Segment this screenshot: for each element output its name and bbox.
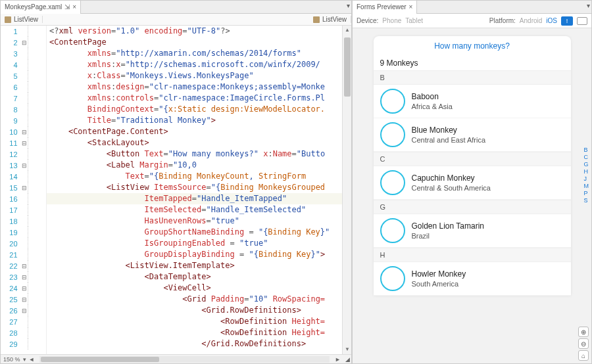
- code-line[interactable]: BindingContext="{x:Static design:ViewMod…: [47, 104, 351, 115]
- code-line[interactable]: HasUnevenRows="true": [47, 216, 351, 227]
- list-item[interactable]: Capuchin MonkeyCentral & South America: [374, 166, 571, 200]
- platform-android-option[interactable]: Android: [520, 17, 542, 24]
- line-number: 7: [1, 95, 20, 102]
- list-item[interactable]: BaboonAfrica & Asia: [374, 85, 571, 118]
- scroll-up-icon[interactable]: ▲: [344, 27, 351, 34]
- code-line[interactable]: <ListView.ItemTemplate>: [47, 260, 351, 271]
- code-line[interactable]: Title="Traditional Monkey">: [47, 115, 351, 126]
- code-line[interactable]: <DataTemplate>: [47, 271, 351, 283]
- platform-ios-option[interactable]: iOS: [546, 17, 557, 24]
- index-letter[interactable]: J: [584, 175, 589, 182]
- preview-tab[interactable]: Forms Previewer ×: [353, 1, 417, 14]
- code-line[interactable]: </Grid.RowDefinitions>: [47, 338, 351, 350]
- fold-toggle[interactable]: ⊟: [20, 39, 28, 46]
- tab-menu-icon[interactable]: ▾: [587, 2, 590, 9]
- monkey-location: Africa & Asia: [412, 102, 453, 110]
- vertical-scrollbar[interactable]: ▲ ▼: [342, 26, 351, 354]
- breadcrumb[interactable]: ListView: [1, 16, 43, 23]
- code-line[interactable]: <ViewCell>: [47, 283, 351, 294]
- code-line[interactable]: <ContentPage.Content>: [47, 126, 351, 137]
- list-item[interactable]: Howler MonkeySouth America: [374, 262, 571, 296]
- code-line[interactable]: GroupShortNameBinding = "{Binding Key}": [47, 227, 351, 238]
- code-line[interactable]: <Grid Padding="10" RowSpacing=: [47, 294, 351, 305]
- code-line[interactable]: Text="{Binding MonkeyCount, StringForm: [47, 171, 351, 182]
- fold-toggle[interactable]: ⊟: [20, 263, 28, 269]
- index-letter[interactable]: S: [584, 197, 589, 204]
- line-number: 17: [1, 206, 20, 214]
- previewer-toolbar: Device: Phone Tablet Platform: Android i…: [353, 14, 591, 28]
- scroll-thumb[interactable]: [41, 357, 159, 362]
- index-letter[interactable]: P: [584, 190, 589, 196]
- code-line[interactable]: <Button Text="How many monkeys?" x:Name=…: [47, 148, 351, 160]
- fold-toggle[interactable]: ⊟: [20, 162, 28, 169]
- line-number: 25: [1, 296, 20, 304]
- list-item[interactable]: Golden Lion TamarinBrazil: [374, 214, 571, 248]
- index-letter[interactable]: C: [584, 154, 589, 160]
- line-number: 10: [1, 128, 20, 136]
- section-index[interactable]: BCGHJMPS: [584, 147, 589, 204]
- code-line[interactable]: <ContentPage: [47, 37, 351, 48]
- warning-badge[interactable]: !: [561, 16, 573, 26]
- fold-toggle[interactable]: ⊟: [20, 129, 28, 135]
- monkey-name: Blue Monkey: [412, 125, 486, 135]
- fold-toggle[interactable]: ⊟: [20, 274, 28, 281]
- device-phone-option[interactable]: Phone: [382, 17, 401, 24]
- fold-toggle[interactable]: ⊟: [20, 307, 28, 314]
- monkey-location: Central & South America: [412, 184, 491, 192]
- index-letter[interactable]: B: [584, 147, 589, 153]
- code-line[interactable]: xmlns="http://xamarin.com/schemas/2014/f…: [47, 48, 351, 59]
- pin-icon[interactable]: ⇲: [64, 3, 70, 11]
- rotate-icon[interactable]: [577, 17, 587, 25]
- line-number: 2: [1, 39, 20, 47]
- scroll-right-icon[interactable]: ►: [332, 356, 343, 363]
- code-line[interactable]: <RowDefinition Height=: [47, 316, 351, 327]
- scroll-thumb[interactable]: [344, 37, 351, 97]
- fold-toggle[interactable]: ⊟: [20, 140, 28, 147]
- scroll-down-icon[interactable]: ▼: [344, 346, 351, 353]
- index-letter[interactable]: H: [584, 168, 589, 175]
- line-number: 1: [1, 28, 20, 35]
- code-line[interactable]: IsGroupingEnabled = "true": [47, 238, 351, 249]
- code-line[interactable]: <ListView ItemsSource="{Binding MonkeysG…: [47, 182, 351, 193]
- code-line[interactable]: <?xml version="1.0" encoding="UTF-8"?>: [47, 26, 351, 37]
- fold-toggle[interactable]: ⊟: [20, 296, 28, 303]
- device-label: Device:: [357, 17, 378, 24]
- code-line[interactable]: <Label Margin="10,0: [47, 160, 351, 171]
- close-icon[interactable]: ×: [72, 3, 76, 11]
- line-number: 18: [1, 217, 20, 225]
- editor-tab[interactable]: MonkeysPage.xaml ⇲ ×: [1, 1, 81, 14]
- code-line[interactable]: <Grid.RowDefinitions>: [47, 305, 351, 316]
- line-number: 3: [1, 50, 20, 58]
- code-line[interactable]: xmlns:design="clr-namespace:Monkeys;asse…: [47, 81, 351, 93]
- fold-toggle[interactable]: ⊟: [20, 285, 28, 292]
- preview-surface: How many monkeys? 9 Monkeys BBaboonAfric…: [353, 28, 591, 363]
- line-number: 19: [1, 229, 20, 237]
- close-icon[interactable]: ×: [409, 3, 413, 11]
- nav-title-button[interactable]: How many monkeys?: [374, 36, 571, 56]
- code-editor[interactable]: 12⊟345678910⊟11⊟1213⊟1415⊟16171819202122…: [1, 26, 351, 354]
- code-line[interactable]: ItemTapped="Handle_ItemTapped": [47, 193, 351, 204]
- code-line[interactable]: x:Class="Monkeys.Views.MonkeysPage": [47, 70, 351, 81]
- element-icon: [5, 16, 11, 23]
- scroll-left-icon[interactable]: ◄: [26, 356, 37, 363]
- line-number: 14: [1, 173, 20, 181]
- resize-grip-icon[interactable]: ◢: [343, 356, 351, 363]
- zoom-fit-button[interactable]: ⌂: [578, 350, 589, 361]
- code-line[interactable]: xmlns:controls="clr-namespace:ImageCircl…: [47, 93, 351, 104]
- code-line[interactable]: <StackLayout>: [47, 137, 351, 148]
- fold-toggle[interactable]: ⊟: [20, 185, 28, 191]
- code-line[interactable]: ItemSelected="Handle_ItemSelected": [47, 204, 351, 216]
- horizontal-scrollbar[interactable]: [39, 356, 330, 363]
- list-item[interactable]: Blue MonkeyCentral and East Africa: [374, 118, 571, 152]
- index-letter[interactable]: M: [584, 183, 589, 189]
- zoom-in-button[interactable]: ⊕: [578, 327, 589, 337]
- code-line[interactable]: xmlns:x="http://schemas.microsoft.com/wi…: [47, 59, 351, 70]
- tab-menu-icon[interactable]: ▾: [347, 2, 350, 9]
- index-letter[interactable]: G: [584, 161, 589, 168]
- zoom-level[interactable]: 150 %: [1, 356, 23, 363]
- code-line[interactable]: <RowDefinition Height=: [47, 327, 351, 338]
- breadcrumb[interactable]: ListView: [309, 16, 351, 23]
- code-line[interactable]: GroupDisplayBinding = "{Binding Key}">: [47, 249, 351, 260]
- device-tablet-option[interactable]: Tablet: [405, 17, 423, 24]
- zoom-out-button[interactable]: ⊖: [578, 338, 589, 349]
